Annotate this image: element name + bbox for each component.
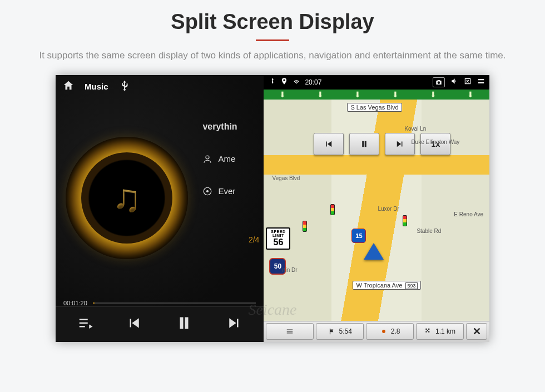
music-note-icon: ♫ [112, 176, 142, 220]
interstate-shield: 15 [351, 229, 366, 243]
street-label: Stable Rd [414, 227, 444, 235]
lane-arrow-icon: ⬇ [430, 91, 437, 98]
street-label: Duke Ellington Way [408, 138, 462, 146]
artist-row: Ame [202, 154, 264, 164]
screenshot-button[interactable] [433, 77, 445, 87]
svg-point-0 [206, 156, 209, 159]
distance-a: 2.8 [391, 328, 400, 335]
nav-footer: 5:54 2.8 1.1 km ✕ [264, 321, 489, 342]
disc-icon [202, 186, 212, 196]
lane-arrow-icon: ⬇ [392, 91, 399, 98]
lane-arrow-icon: ⬇ [354, 91, 361, 98]
eta-panel[interactable]: 5:54 [316, 323, 364, 340]
street-label: Koval Ln [402, 125, 429, 132]
svg-point-3 [382, 330, 385, 333]
street-label: W Tropicana Ave 593 [353, 281, 420, 290]
sim-pause-button[interactable] [349, 133, 379, 155]
sim-prev-button[interactable] [314, 133, 344, 155]
traffic-light-icon [403, 215, 407, 226]
traffic-light-icon [303, 221, 307, 232]
menu-button[interactable] [266, 323, 314, 340]
seek-bar[interactable] [93, 302, 256, 304]
svg-point-2 [207, 190, 209, 192]
track-title: verythin [202, 122, 237, 132]
track-index: 2/4 [249, 235, 259, 244]
page-subtitle: It supports the same screen display of t… [33, 49, 512, 63]
album-art-ring: ♫ [66, 137, 188, 259]
title-underline [256, 39, 289, 41]
album-row: Ever [202, 186, 264, 196]
prev-track-button[interactable] [126, 315, 142, 334]
close-nav-button[interactable]: ✕ [466, 323, 487, 340]
distance-a-panel[interactable]: 2.8 [366, 323, 414, 340]
music-top-bar: Music [56, 75, 264, 96]
music-top-title: Music [85, 82, 108, 91]
map-canvas[interactable]: 1x SPEED LIMIT 56 50 15 S Las Vegas Blvd… [264, 100, 489, 321]
speed-limit-sign: SPEED LIMIT 56 [266, 227, 290, 250]
speed-limit-label: SPEED LIMIT [267, 230, 289, 237]
distance-b: 1.1 km [435, 328, 455, 335]
playlist-button[interactable] [77, 315, 94, 334]
artist-name: Ame [218, 154, 235, 163]
close-app-icon[interactable] [464, 77, 472, 87]
street-label: rtin Dr [279, 266, 300, 274]
street-label: S Las Vegas Blvd [347, 103, 402, 112]
page-title: Split Screen Display [0, 0, 545, 34]
seek-fill [93, 302, 95, 304]
album-name: Ever [218, 186, 235, 196]
flag-checker-icon [424, 328, 432, 335]
street-label: Luxor Dr [375, 205, 402, 212]
distance-b-panel[interactable]: 1.1 km [416, 323, 464, 340]
route-number: 593 [405, 282, 417, 289]
status-bar: 20:07 [264, 75, 489, 90]
target-icon [380, 328, 388, 335]
street-label: Vegas Blvd [269, 175, 303, 182]
music-pane: Music ♫ verythin Ame Ever [56, 75, 264, 342]
close-icon: ✕ [473, 325, 481, 338]
street-label-text: W Tropicana Ave [356, 282, 402, 289]
traffic-light-icon [330, 204, 335, 215]
status-clock: 20:07 [305, 78, 321, 86]
lane-arrow-icon: ⬇ [467, 91, 474, 98]
lane-arrow-icon: ⬇ [317, 91, 324, 98]
flag-icon [328, 328, 336, 335]
track-title-row: verythin [202, 122, 264, 132]
device-frame: Music ♫ verythin Ame Ever [56, 75, 489, 342]
track-meta: verythin Ame Ever [202, 122, 264, 196]
usb-icon[interactable] [118, 80, 131, 94]
bluetooth-icon [268, 77, 276, 87]
volume-icon[interactable] [450, 77, 458, 87]
current-position-icon [364, 243, 384, 260]
lane-arrow-icon: ⬇ [279, 91, 286, 98]
speed-limit-value: 56 [267, 237, 289, 247]
person-icon [202, 154, 212, 164]
music-body: ♫ verythin Ame Ever 2/4 [56, 96, 264, 300]
lane-guidance-bar: ⬇ ⬇ ⬇ ⬇ ⬇ ⬇ [264, 90, 489, 100]
progress-row: 00:01:20 [56, 300, 264, 306]
pause-button[interactable] [174, 313, 194, 335]
wifi-icon [293, 77, 300, 87]
menu-icon [286, 328, 294, 335]
music-controls [56, 306, 264, 342]
navigation-pane: 20:07 ⬇ ⬇ ⬇ ⬇ ⬇ ⬇ 300 m 650 m 1x [264, 75, 489, 342]
location-icon [280, 77, 288, 87]
split-screen-icon[interactable] [477, 77, 485, 87]
elapsed-time: 00:01:20 [63, 300, 87, 306]
next-track-button[interactable] [226, 315, 242, 334]
home-icon[interactable] [62, 80, 75, 94]
eta-time: 5:54 [339, 328, 352, 335]
street-label: E Reno Ave [451, 211, 486, 218]
